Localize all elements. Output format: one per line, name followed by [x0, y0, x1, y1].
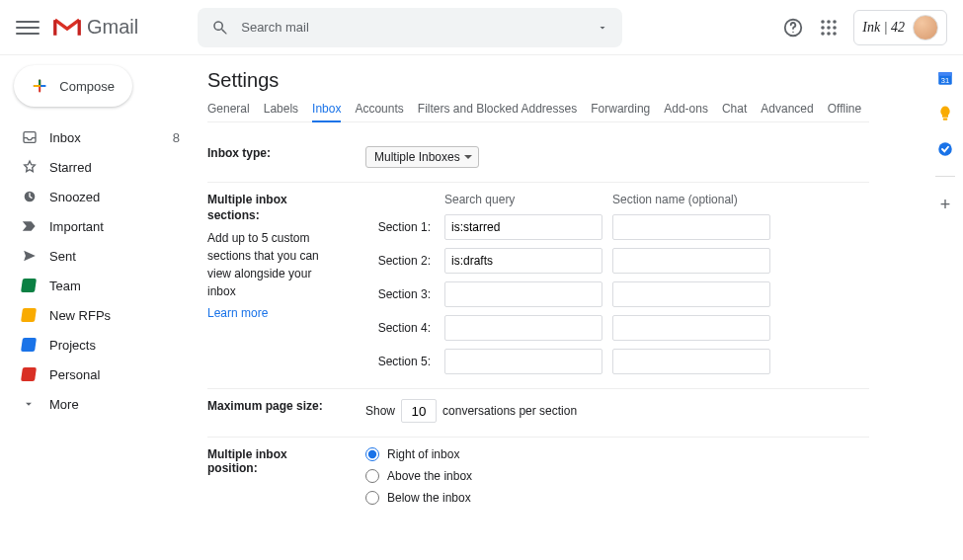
page-title: Settings	[207, 69, 869, 92]
sidebar-item-team[interactable]: Team	[0, 271, 198, 300]
user-avatar	[913, 15, 938, 40]
position-option-right[interactable]: Right of inbox	[365, 447, 869, 461]
calendar-icon[interactable]: 31	[936, 69, 954, 87]
clock-icon	[22, 189, 38, 204]
svg-text:31: 31	[941, 76, 949, 85]
sidebar-item-starred[interactable]: Starred	[0, 152, 198, 182]
section-query-input[interactable]	[444, 349, 602, 374]
sidebar-item-sent[interactable]: Sent	[0, 241, 198, 271]
svg-point-4	[833, 20, 837, 24]
compose-button[interactable]: Compose	[14, 65, 132, 107]
inbox-type-select[interactable]: Multiple Inboxes	[365, 146, 479, 168]
page-size-suffix: conversations per section	[442, 404, 577, 418]
page-size-input[interactable]	[401, 399, 437, 423]
tab-filters[interactable]: Filters and Blocked Addresses	[418, 102, 577, 116]
gmail-m-icon	[53, 18, 81, 38]
section-query-input[interactable]	[444, 315, 602, 341]
position-radio[interactable]	[365, 469, 379, 483]
sidebar-item-label: Important	[49, 219, 104, 234]
section-label: Section 2:	[365, 254, 435, 268]
sidebar-item-label: Sent	[49, 249, 76, 264]
add-addon-button[interactable]: +	[940, 195, 951, 215]
svg-point-8	[821, 32, 825, 36]
sidebar-item-more[interactable]: More	[0, 389, 198, 419]
tab-forwarding[interactable]: Forwarding	[591, 102, 650, 116]
gmail-logo[interactable]: Gmail	[53, 16, 138, 39]
header: Gmail Search mail Ink | 42	[0, 0, 963, 55]
section-query-input[interactable]	[444, 214, 602, 240]
section-name-input[interactable]	[612, 281, 770, 307]
section-query-input[interactable]	[444, 281, 602, 307]
apps-grid-icon[interactable]	[820, 19, 838, 37]
learn-more-link[interactable]: Learn more	[207, 306, 268, 322]
position-radio[interactable]	[365, 447, 379, 461]
header-right: Ink | 42	[782, 10, 947, 45]
section-label: Section 3:	[365, 287, 435, 301]
sidebar-item-important[interactable]: Important	[0, 211, 198, 241]
setting-page-size: Maximum page size: Show conversations pe…	[207, 389, 869, 438]
gmail-wordmark: Gmail	[87, 16, 138, 39]
tab-addons[interactable]: Add-ons	[664, 102, 708, 116]
svg-point-6	[827, 26, 831, 30]
section-name-input[interactable]	[612, 349, 770, 374]
svg-rect-16	[943, 119, 948, 120]
position-option-above[interactable]: Above the inbox	[365, 469, 869, 483]
svg-point-9	[827, 32, 831, 36]
sidebar-item-label: Inbox	[49, 130, 81, 145]
svg-point-10	[833, 32, 837, 36]
sidebar-item-new-rfps[interactable]: New RFPs	[0, 300, 198, 330]
label-color-icon	[21, 367, 37, 381]
sidebar-item-snoozed[interactable]: Snoozed	[0, 182, 198, 211]
tab-labels[interactable]: Labels	[264, 102, 298, 116]
sidebar-item-label: Snoozed	[49, 190, 100, 204]
setting-label: Multiple inbox sections: Add up to 5 cus…	[207, 193, 336, 374]
position-radio[interactable]	[365, 491, 379, 505]
position-option-label: Below the inbox	[387, 491, 471, 505]
svg-point-1	[793, 31, 794, 32]
section-name-input[interactable]	[612, 315, 770, 341]
sidebar-item-count: 8	[173, 130, 180, 145]
rail-divider	[935, 176, 955, 177]
tab-accounts[interactable]: Accounts	[355, 102, 403, 116]
sidebar-item-projects[interactable]: Projects	[0, 330, 198, 360]
sections-desc: Add up to 5 custom sections that you can…	[207, 229, 336, 300]
section-label: Section 1:	[365, 220, 435, 234]
sidebar-item-inbox[interactable]: Inbox 8	[0, 122, 198, 152]
settings-panel: Settings General Labels Inbox Accounts F…	[198, 55, 869, 540]
sidebar-item-label: New RFPs	[49, 308, 111, 323]
svg-point-7	[833, 26, 837, 30]
main-menu-icon[interactable]	[16, 16, 40, 40]
settings-tabs: General Labels Inbox Accounts Filters an…	[207, 102, 869, 122]
sidebar: Compose Inbox 8 Starred Snoozed Importan…	[0, 55, 198, 540]
search-bar[interactable]: Search mail	[198, 8, 622, 47]
label-color-icon	[21, 338, 37, 352]
sidebar-item-label: Personal	[49, 367, 100, 382]
keep-icon[interactable]	[936, 105, 954, 122]
label-color-icon	[21, 308, 37, 322]
compose-label: Compose	[59, 79, 115, 94]
search-options-icon[interactable]	[597, 22, 608, 34]
account-badge[interactable]: Ink | 42	[853, 10, 947, 45]
position-option-below[interactable]: Below the inbox	[365, 491, 869, 505]
tab-advanced[interactable]: Advanced	[761, 102, 813, 116]
svg-point-2	[821, 20, 825, 24]
tab-offline[interactable]: Offline	[828, 102, 861, 116]
section-name-input[interactable]	[612, 248, 770, 274]
tasks-icon[interactable]	[936, 140, 954, 158]
sidebar-item-personal[interactable]: Personal	[0, 360, 198, 389]
search-icon	[211, 19, 229, 37]
help-icon[interactable]	[782, 17, 804, 39]
tab-general[interactable]: General	[207, 102, 250, 116]
tab-inbox[interactable]: Inbox	[312, 102, 341, 122]
star-icon	[22, 159, 38, 175]
sidebar-item-label: Starred	[49, 160, 92, 175]
col-header-query: Search query	[444, 193, 602, 206]
side-rail: 31 +	[935, 69, 955, 215]
section-query-input[interactable]	[444, 248, 602, 274]
page-size-prefix: Show	[365, 404, 395, 418]
setting-position: Multiple inbox position: Right of inbox …	[207, 438, 869, 526]
section-name-input[interactable]	[612, 214, 770, 240]
tab-chat[interactable]: Chat	[722, 102, 747, 116]
account-badge-text: Ink | 42	[862, 20, 905, 36]
inbox-icon	[22, 129, 38, 145]
